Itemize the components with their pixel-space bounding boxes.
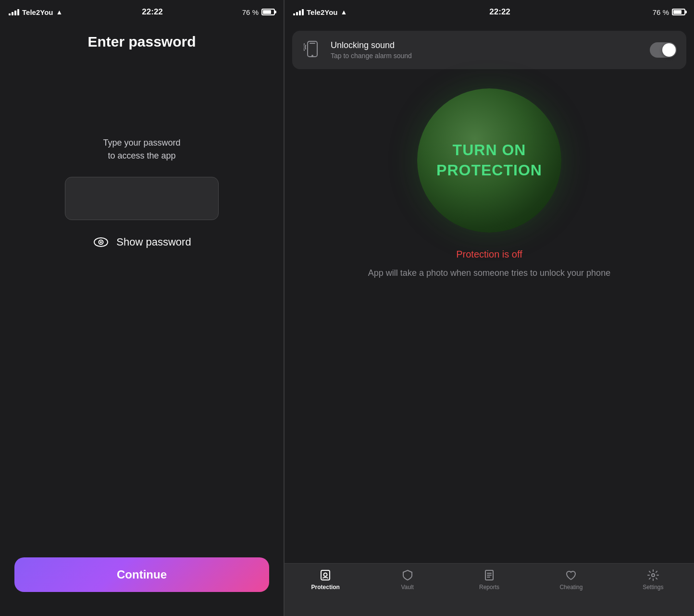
protection-status: Protection is off (456, 249, 522, 260)
tab-item-reports[interactable]: Reports (448, 568, 530, 591)
left-status-right: 76 % (242, 8, 275, 16)
svg-point-5 (311, 55, 313, 57)
turn-on-protection-button[interactable]: TURN ON PROTECTION (417, 88, 561, 233)
tab-label-reports: Reports (479, 584, 499, 591)
sound-title: Unlocking sound (331, 40, 642, 50)
protection-tab-icon (319, 568, 332, 582)
right-carrier: Tele2You (307, 8, 337, 16)
right-status-right: 76 % (653, 8, 685, 16)
svg-point-2 (100, 241, 102, 243)
right-battery-icon (672, 9, 685, 15)
battery-icon (261, 9, 275, 15)
left-status-bar: Tele2You ▲ 22:22 76 % (0, 0, 284, 24)
sound-card[interactable]: Unlocking sound Tap to change alarm soun… (292, 31, 686, 69)
tab-item-settings[interactable]: Settings (612, 568, 694, 591)
password-subtitle: Type your password to access the app (103, 136, 180, 162)
protection-desc: App will take a photo when someone tries… (349, 267, 630, 280)
show-password-label: Show password (116, 236, 191, 248)
page-title: Enter password (87, 34, 196, 50)
left-time: 22:22 (142, 7, 162, 17)
tab-item-cheating[interactable]: Cheating (530, 568, 612, 591)
right-battery-fill (673, 10, 682, 14)
cheating-tab-icon (564, 568, 578, 582)
signal-icon (9, 9, 19, 15)
left-status-left: Tele2You ▲ (9, 8, 62, 16)
right-battery-pct: 76 % (653, 8, 669, 16)
sound-text: Unlocking sound Tap to change alarm soun… (331, 40, 642, 60)
settings-tab-icon (646, 568, 660, 582)
wifi-icon: ▲ (56, 8, 62, 16)
sound-toggle[interactable] (650, 42, 677, 58)
right-signal-icon (293, 9, 304, 15)
sound-subtitle: Tap to change alarm sound (331, 52, 642, 60)
tab-label-vault: Vault (401, 584, 413, 591)
toggle-knob (662, 43, 676, 57)
continue-button[interactable]: Continue (14, 557, 269, 592)
right-time: 22:22 (489, 7, 510, 17)
svg-rect-6 (321, 570, 330, 580)
tab-label-cheating: Cheating (559, 584, 582, 591)
tab-label-settings: Settings (643, 584, 663, 591)
tab-item-vault[interactable]: Vault (366, 568, 448, 591)
eye-icon (92, 234, 110, 251)
left-carrier: Tele2You (22, 8, 53, 16)
svg-point-7 (324, 573, 327, 577)
tab-bar: Protection Vault Reports (285, 563, 694, 616)
tab-label-protection: Protection (311, 584, 340, 591)
right-panel: Tele2You ▲ 22:22 76 % Unlocking sound (285, 0, 694, 616)
left-panel: Tele2You ▲ 22:22 76 % Enter password Typ… (0, 0, 284, 616)
svg-point-12 (652, 574, 655, 577)
vault-tab-icon (401, 568, 414, 582)
protection-circle-wrap: TURN ON PROTECTION (412, 84, 566, 237)
right-status-left: Tele2You ▲ (293, 8, 347, 16)
right-status-bar: Tele2You ▲ 22:22 76 % (285, 0, 694, 24)
sound-icon (302, 39, 323, 61)
battery-fill (263, 10, 271, 14)
right-wifi-icon: ▲ (340, 8, 347, 16)
password-input[interactable] (65, 177, 219, 220)
show-password-row[interactable]: Show password (92, 234, 191, 251)
reports-tab-icon (483, 568, 496, 582)
circle-text: TURN ON PROTECTION (436, 140, 542, 180)
left-battery-pct: 76 % (242, 8, 259, 16)
tab-item-protection[interactable]: Protection (285, 568, 366, 591)
